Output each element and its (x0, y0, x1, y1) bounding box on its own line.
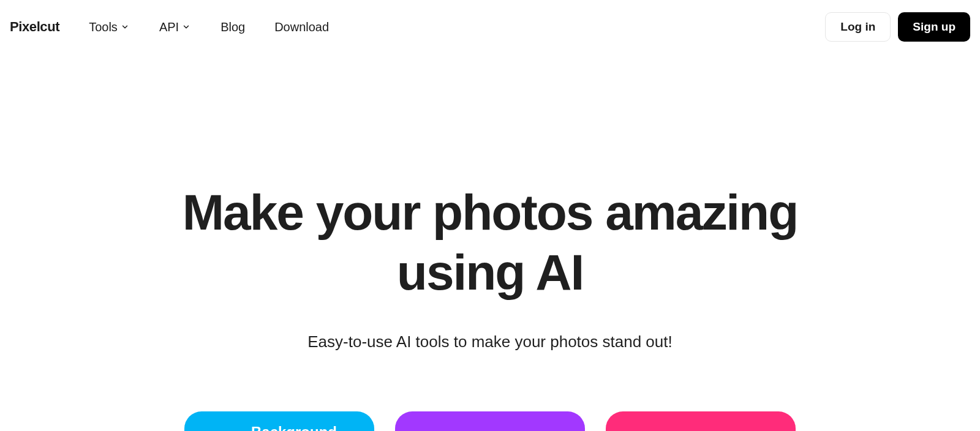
nav-api-label: API (159, 20, 179, 34)
nav-tools-label: Tools (89, 20, 118, 34)
hero-title: Make your photos amazing using AI (153, 182, 827, 303)
main-nav: Tools API Blog Download (89, 20, 329, 34)
hero-subtitle: Easy-to-use AI tools to make your photos… (0, 332, 980, 351)
card-bg-remover-label: Background Remover (233, 424, 355, 431)
chevron-down-icon (181, 22, 191, 32)
login-button[interactable]: Log in (825, 12, 891, 42)
nav-download-label: Download (274, 20, 329, 34)
chevron-down-icon (120, 22, 130, 32)
header: Pixelcut Tools API Blog Download L (0, 0, 980, 54)
card-magic-eraser[interactable]: Magic Eraser (606, 411, 796, 431)
header-left: Pixelcut Tools API Blog Download (10, 19, 329, 35)
header-right: Log in Sign up (825, 12, 970, 42)
nav-blog-label: Blog (221, 20, 245, 34)
logo[interactable]: Pixelcut (10, 19, 59, 35)
card-image-upscaler[interactable]: Image Upscaler (395, 411, 585, 431)
signup-button[interactable]: Sign up (898, 12, 970, 42)
nav-download[interactable]: Download (274, 20, 329, 34)
card-background-remover[interactable]: Background Remover (184, 411, 374, 431)
nav-blog[interactable]: Blog (221, 20, 245, 34)
feature-cards: Background Remover Image Upscaler (0, 411, 980, 431)
nav-tools[interactable]: Tools (89, 20, 130, 34)
nav-api[interactable]: API (159, 20, 191, 34)
hero-section: Make your photos amazing using AI Easy-t… (0, 54, 980, 431)
